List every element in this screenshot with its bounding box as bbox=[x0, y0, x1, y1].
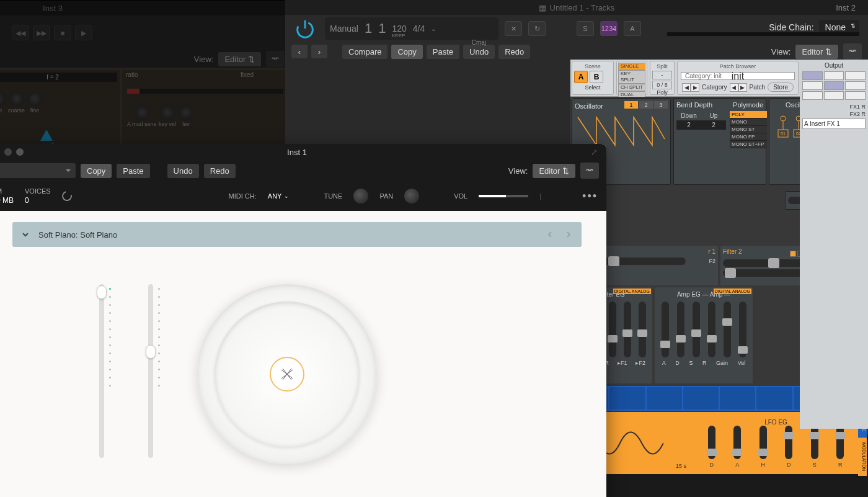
fm-operator-2[interactable]: ratio fixed A mod sens key vel lev bbox=[122, 70, 288, 151]
osc-tab-3[interactable]: 3 bbox=[654, 101, 668, 109]
slider-2[interactable] bbox=[148, 284, 153, 458]
aeg-vel[interactable] bbox=[739, 302, 746, 357]
link-icon[interactable] bbox=[580, 163, 599, 179]
stop-icon[interactable]: ■ bbox=[54, 25, 71, 40]
patch-nav[interactable]: ◀▶ bbox=[730, 83, 747, 92]
pan-knob[interactable] bbox=[404, 189, 419, 204]
vol-slider[interactable] bbox=[479, 195, 528, 197]
inst3-title: Inst 3 bbox=[43, 4, 63, 13]
poly-poly[interactable]: POLY bbox=[730, 111, 767, 119]
lfo-r[interactable] bbox=[836, 426, 844, 459]
copy-button[interactable]: Copy bbox=[81, 164, 112, 178]
scene-panel: Scene A B Select bbox=[572, 61, 614, 95]
fx-routing-grid[interactable] bbox=[802, 71, 866, 100]
lfo-d[interactable] bbox=[708, 426, 715, 459]
feg-f1[interactable] bbox=[624, 302, 631, 357]
preset-prev-icon[interactable] bbox=[546, 230, 554, 239]
link-icon[interactable] bbox=[266, 51, 285, 67]
inst1-titlebar[interactable]: Inst 1 ⤢ bbox=[0, 144, 606, 160]
inst2-titlebar[interactable]: ▦ Untitled 1 - Tracks Inst 2 bbox=[285, 0, 868, 15]
lfo-a[interactable] bbox=[733, 426, 741, 459]
mode-keysplit[interactable]: KEY SPLIT bbox=[618, 70, 645, 84]
inst2-title: Inst 2 bbox=[836, 3, 856, 12]
tab-modulation[interactable]: MODULATION bbox=[858, 437, 867, 476]
prev-button[interactable]: ‹ bbox=[291, 45, 308, 58]
redo-button[interactable]: Redo bbox=[498, 45, 530, 59]
lfo-d2[interactable] bbox=[785, 426, 792, 459]
aeg-s[interactable] bbox=[693, 302, 700, 357]
dial-center-icon bbox=[270, 357, 304, 392]
feg-f2[interactable] bbox=[639, 302, 646, 357]
power-button[interactable] bbox=[291, 15, 319, 42]
chevron-down-icon[interactable] bbox=[21, 230, 30, 239]
poly-monostfp[interactable]: MONO ST+FP bbox=[730, 141, 767, 148]
view-selector[interactable]: Editor ⇅ bbox=[218, 52, 261, 66]
play-icon[interactable]: ▶ bbox=[75, 25, 92, 40]
mode-chsplit[interactable]: CH SPLIT bbox=[618, 84, 645, 91]
aeg-a[interactable] bbox=[662, 302, 669, 357]
poly-mono[interactable]: MONO bbox=[730, 119, 767, 126]
a-icon[interactable]: A bbox=[624, 21, 641, 36]
midi-ch-selector[interactable]: ANY ⌄ bbox=[268, 192, 290, 200]
preset-dropdown[interactable] bbox=[0, 163, 76, 178]
split-panel: Split - 0 / 8 Poly bbox=[650, 61, 675, 95]
category-nav[interactable]: ◀▶ bbox=[682, 83, 699, 92]
paste-button[interactable]: Paste bbox=[427, 45, 459, 59]
paste-button[interactable]: Paste bbox=[117, 164, 149, 178]
aeg-r[interactable] bbox=[708, 302, 715, 357]
redo-button[interactable]: Redo bbox=[204, 164, 236, 178]
undo-button[interactable]: Undo bbox=[463, 45, 495, 59]
fx-output-strip: Output FX1 R FX2 R A Insert FX 1 bbox=[800, 60, 868, 429]
patch-name-field[interactable]: Category: init init bbox=[681, 72, 795, 80]
poly-value[interactable]: 0 / 8 bbox=[652, 81, 672, 89]
insert-fx-slot[interactable]: A Insert FX 1 bbox=[802, 119, 866, 129]
vol-label: VOL bbox=[454, 192, 467, 200]
more-menu-icon[interactable]: ••• bbox=[582, 190, 598, 203]
beat-display[interactable]: 1234 bbox=[600, 21, 618, 36]
preset-name: Soft Piano: Soft Piano bbox=[38, 230, 117, 240]
svg-point-7 bbox=[781, 116, 786, 121]
rewind-icon[interactable]: ◀◀ bbox=[12, 25, 29, 40]
aeg-d[interactable] bbox=[677, 302, 684, 357]
preset-bar[interactable]: Soft Piano: Soft Piano bbox=[12, 222, 582, 247]
maximize-icon[interactable]: ⤢ bbox=[591, 148, 598, 157]
output-meter bbox=[667, 32, 859, 36]
aeg-gain[interactable] bbox=[724, 302, 731, 357]
slider-1[interactable] bbox=[99, 284, 104, 458]
bend-up[interactable]: 2 bbox=[701, 120, 726, 130]
view-selector[interactable]: Editor ⇅ bbox=[533, 164, 575, 178]
bend-down[interactable]: 2 bbox=[676, 120, 701, 130]
compare-button[interactable]: Compare bbox=[342, 45, 388, 59]
forward-icon[interactable]: ▶▶ bbox=[33, 25, 50, 40]
copy-button[interactable]: Copy bbox=[391, 45, 422, 59]
poly-monofp[interactable]: MONO FP bbox=[730, 133, 767, 141]
inst3-titlebar[interactable]: Inst 3 bbox=[0, 1, 291, 16]
view-selector[interactable]: Editor ⇅ bbox=[795, 45, 838, 59]
osc-tab-1[interactable]: 1 bbox=[624, 101, 638, 109]
store-button[interactable]: Store bbox=[768, 83, 794, 92]
scene-a-button[interactable]: A bbox=[574, 71, 588, 83]
link-icon[interactable] bbox=[843, 43, 862, 60]
preset-next-icon[interactable] bbox=[564, 230, 573, 239]
view-label: View: bbox=[771, 47, 791, 56]
x-icon[interactable]: ✕ bbox=[505, 21, 522, 36]
lfo-s[interactable] bbox=[811, 426, 818, 459]
mode-single[interactable]: SINGLE bbox=[618, 63, 645, 70]
loop-icon[interactable]: ↻ bbox=[528, 21, 546, 36]
osc-tab-2[interactable]: 2 bbox=[639, 101, 653, 109]
undo-button[interactable]: Undo bbox=[167, 164, 199, 178]
refresh-icon[interactable] bbox=[60, 189, 74, 203]
lcd-display[interactable]: Manual 1 1 120 4/4 ⌄ KEEP Cmaj bbox=[325, 17, 498, 40]
view-label: View: bbox=[508, 166, 528, 176]
main-dial[interactable] bbox=[197, 284, 377, 464]
poly-monost[interactable]: MONO ST bbox=[730, 126, 767, 133]
lfo-h[interactable] bbox=[760, 426, 767, 459]
fm-operator-mid[interactable]: f = 2 det coarse fine 0 bbox=[0, 70, 120, 151]
scene-b-button[interactable]: B bbox=[590, 71, 603, 83]
tune-knob[interactable] bbox=[353, 189, 368, 204]
split-value[interactable]: - bbox=[652, 71, 672, 79]
feg-r[interactable] bbox=[609, 302, 616, 357]
next-button[interactable]: › bbox=[311, 45, 327, 58]
s-icon[interactable]: S bbox=[577, 21, 594, 36]
svg-text:01: 01 bbox=[781, 132, 786, 136]
